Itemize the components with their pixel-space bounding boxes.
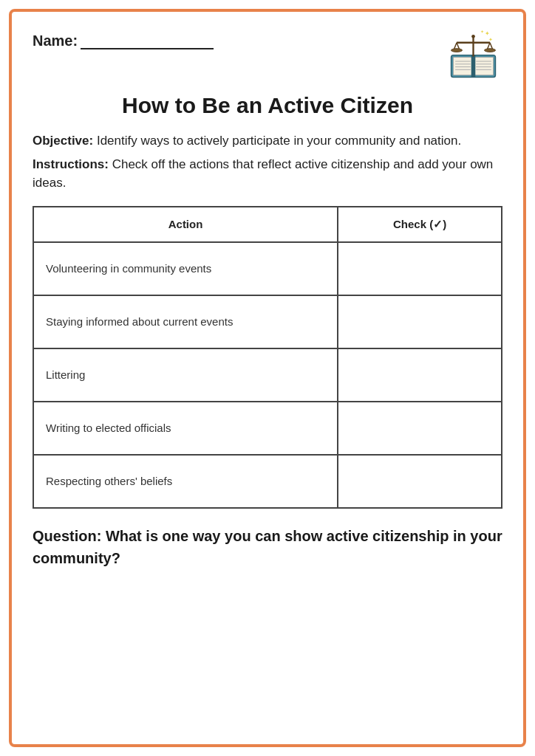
justice-book-icon: ✦ ✦ ✦ bbox=[446, 29, 501, 84]
check-cell[interactable] bbox=[338, 402, 502, 455]
table-row: Respecting others' beliefs bbox=[33, 455, 502, 508]
question-section: Question: What is one way you can show a… bbox=[33, 525, 502, 569]
table-row: Littering bbox=[33, 348, 502, 402]
instructions-bold-label: Instructions: bbox=[33, 157, 109, 171]
svg-text:✦: ✦ bbox=[488, 36, 493, 41]
svg-rect-3 bbox=[471, 55, 475, 77]
action-cell: Respecting others' beliefs bbox=[33, 455, 338, 508]
svg-rect-2 bbox=[474, 57, 493, 75]
table-row: Writing to elected officials bbox=[33, 402, 502, 455]
page-title: How to Be an Active Citizen bbox=[33, 93, 502, 118]
objective-bold-label: Objective: bbox=[33, 134, 93, 148]
instructions-paragraph: Instructions: Check off the actions that… bbox=[33, 155, 502, 193]
worksheet-page: Name: bbox=[9, 9, 526, 747]
svg-rect-1 bbox=[453, 57, 472, 75]
action-cell: Staying informed about current events bbox=[33, 295, 338, 348]
check-cell[interactable] bbox=[338, 242, 502, 295]
question-text: Question: What is one way you can show a… bbox=[33, 525, 502, 569]
svg-text:✦: ✦ bbox=[484, 30, 489, 37]
header-row: Name: bbox=[33, 27, 502, 86]
objective-paragraph: Objective: Identify ways to actively par… bbox=[33, 131, 502, 151]
check-cell[interactable] bbox=[338, 295, 502, 348]
col-check-header: Check (✓) bbox=[338, 207, 502, 242]
table-header-row: Action Check (✓) bbox=[33, 207, 502, 242]
table-row: Volunteering in community events bbox=[33, 242, 502, 295]
action-cell: Volunteering in community events bbox=[33, 242, 338, 295]
logo-container: ✦ ✦ ✦ bbox=[443, 27, 502, 86]
action-cell: Writing to elected officials bbox=[33, 402, 338, 455]
name-label: Name: bbox=[33, 27, 214, 49]
check-cell[interactable] bbox=[338, 455, 502, 508]
col-action-header: Action bbox=[33, 207, 338, 242]
name-underline[interactable] bbox=[81, 31, 214, 49]
table-row: Staying informed about current events bbox=[33, 295, 502, 348]
svg-point-16 bbox=[451, 48, 462, 52]
name-text: Name: bbox=[33, 32, 78, 49]
svg-text:✦: ✦ bbox=[480, 29, 483, 33]
question-display: Question: What is one way you can show a… bbox=[33, 528, 502, 566]
svg-point-19 bbox=[484, 48, 495, 52]
table-body: Volunteering in community eventsStaying … bbox=[33, 242, 502, 508]
check-cell[interactable] bbox=[338, 348, 502, 402]
actions-table: Action Check (✓) Volunteering in communi… bbox=[33, 206, 502, 509]
svg-point-20 bbox=[471, 34, 475, 38]
objective-body: Identify ways to actively participate in… bbox=[93, 134, 461, 148]
action-cell: Littering bbox=[33, 348, 338, 402]
